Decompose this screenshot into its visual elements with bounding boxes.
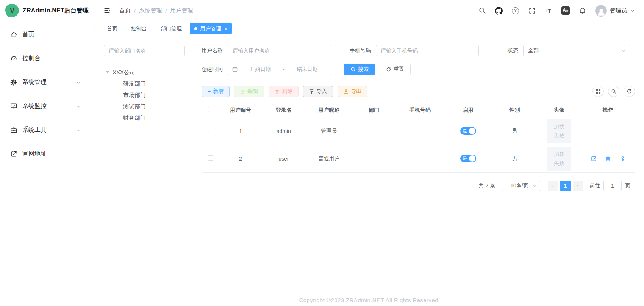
table-tools: [592, 86, 635, 97]
cell-phone: [396, 117, 444, 145]
username-label: 用户名称: [202, 47, 223, 54]
home-icon: [10, 31, 17, 39]
next-page-button[interactable]: ›: [573, 181, 583, 191]
row-delete-icon[interactable]: [605, 155, 611, 162]
language-icon[interactable]: A文: [561, 6, 570, 15]
username-input[interactable]: [228, 45, 331, 56]
user-menu[interactable]: 管理员: [595, 5, 635, 17]
chevron-down-icon: [532, 184, 537, 188]
chevron-down-icon: [630, 8, 635, 13]
enabled-switch[interactable]: 是: [460, 127, 476, 135]
bell-icon[interactable]: [578, 7, 586, 15]
close-icon[interactable]: ×: [224, 26, 227, 31]
page-size-select[interactable]: 10条/页: [502, 181, 541, 191]
sidebar-item-label: 首页: [22, 31, 34, 39]
sidebar: V ZRAdmin.NET后台管理 首页 控制台 系统管理: [0, 0, 95, 306]
cell-login: user: [261, 145, 306, 172]
tree-node-company[interactable]: XXX公司: [104, 67, 185, 78]
main-column: 首页 / 系统管理 / 用户管理 ? tT A文: [95, 0, 644, 306]
goto-page-input[interactable]: [603, 181, 622, 191]
sidebar-item-label: 系统工具: [22, 126, 47, 134]
tree-expand-icon[interactable]: [106, 71, 109, 73]
breadcrumb-home[interactable]: 首页: [119, 7, 131, 14]
app-root: V ZRAdmin.NET后台管理 首页 控制台 系统管理: [0, 0, 644, 306]
reset-button[interactable]: 重置: [380, 64, 411, 75]
cell-dept: [352, 117, 396, 145]
col-avatar: 头像: [537, 103, 581, 117]
status-select[interactable]: 全部: [523, 45, 630, 56]
enabled-switch[interactable]: 是: [460, 155, 476, 162]
sidebar-item-console[interactable]: 控制台: [0, 47, 95, 70]
page-unit-label: 页: [625, 183, 630, 189]
tree-node-dept[interactable]: 财务部门: [104, 112, 185, 123]
plus-icon: +: [208, 88, 211, 94]
sidebar-item-official-site[interactable]: 官网地址: [0, 142, 95, 166]
tab-user-management[interactable]: 用户管理 ×: [190, 23, 232, 34]
tree-node-dept[interactable]: 研发部门: [104, 78, 185, 89]
font-size-icon[interactable]: tT: [545, 7, 553, 15]
row-edit-icon[interactable]: [591, 155, 597, 162]
edit-icon: [240, 89, 245, 94]
col-login: 登录名: [261, 103, 306, 117]
sidebar-item-label: 官网地址: [22, 150, 47, 158]
edit-button[interactable]: 编辑: [234, 86, 264, 97]
date-range-picker[interactable]: 开始日期 - 结束日期: [228, 64, 331, 75]
search-icon[interactable]: [478, 7, 486, 15]
chevron-down-icon: [75, 126, 82, 134]
fullscreen-icon[interactable]: [528, 7, 536, 15]
page-number-1[interactable]: 1: [560, 181, 571, 191]
dept-tree: XXX公司 研发部门 市场部门 测试部门 财务部门: [104, 67, 185, 123]
phone-input[interactable]: [376, 45, 479, 56]
download-icon: [344, 89, 349, 94]
status-label: 状态: [508, 47, 518, 54]
tab-console[interactable]: 控制台: [125, 23, 153, 34]
sidebar-item-system-monitor[interactable]: 系统监控: [0, 94, 95, 118]
sidebar-item-system-management[interactable]: 系统管理: [0, 70, 95, 94]
table-row: 2 user 普通用户 是 男: [202, 145, 635, 172]
switch-knob: [469, 128, 475, 134]
avatar-broken-placeholder: 加载失败: [547, 119, 571, 143]
sidebar-collapse-icon[interactable]: [103, 6, 111, 15]
row-checkbox[interactable]: [208, 128, 213, 133]
chevron-down-icon: [621, 48, 626, 53]
cell-gender: 男: [492, 145, 537, 172]
export-button[interactable]: 导出: [338, 86, 367, 97]
table-row: 1 admin 管理员 是 男: [202, 117, 635, 145]
sidebar-menu: 首页 控制台 系统管理: [0, 21, 95, 166]
date-start-placeholder: 开始日期: [240, 66, 281, 73]
table-toolbar: + 新增 编辑 删除 导入: [202, 86, 635, 97]
col-nickname: 用户昵称: [306, 103, 352, 117]
cell-user-id: 2: [220, 145, 261, 172]
username-label: 管理员: [610, 7, 627, 14]
search-button[interactable]: 搜索: [344, 64, 375, 75]
filter-row-2: 创建时间 开始日期 - 结束日期 搜索 重置: [202, 64, 635, 75]
user-table: 用户编号 登录名 用户昵称 部门 手机号码 启用 性别 头像 操作: [202, 103, 635, 173]
add-button[interactable]: + 新增: [202, 86, 230, 97]
sidebar-item-home[interactable]: 首页: [0, 23, 95, 47]
tab-dept-management[interactable]: 部门管理: [155, 23, 188, 34]
sidebar-item-system-tools[interactable]: 系统工具: [0, 118, 95, 142]
row-reset-password-icon[interactable]: [619, 155, 626, 162]
import-button[interactable]: 导入: [303, 86, 333, 97]
columns-toggle-icon[interactable]: [592, 86, 604, 97]
table-search-icon[interactable]: [608, 86, 619, 97]
user-panel: 用户名称 手机号码 状态 全部 创建时间 开始日期 -: [202, 45, 635, 294]
help-icon[interactable]: ?: [511, 7, 519, 15]
tree-node-dept[interactable]: 测试部门: [104, 101, 185, 112]
select-all-checkbox[interactable]: [208, 107, 213, 112]
tab-home[interactable]: 首页: [101, 23, 123, 34]
table-refresh-icon[interactable]: [624, 86, 635, 97]
sidebar-item-label: 系统监控: [22, 102, 47, 110]
dept-search-input[interactable]: [104, 45, 185, 56]
tree-node-dept[interactable]: 市场部门: [104, 89, 185, 101]
col-enabled: 启用: [444, 103, 492, 117]
logo[interactable]: V ZRAdmin.NET后台管理: [0, 0, 95, 21]
avatar: [595, 5, 607, 17]
prev-page-button[interactable]: ‹: [548, 181, 558, 191]
col-gender: 性别: [492, 103, 537, 117]
delete-button[interactable]: 删除: [269, 86, 299, 97]
col-phone: 手机号码: [396, 103, 444, 117]
trash-icon: [275, 89, 280, 94]
github-icon[interactable]: [495, 7, 503, 15]
row-checkbox[interactable]: [208, 155, 213, 161]
